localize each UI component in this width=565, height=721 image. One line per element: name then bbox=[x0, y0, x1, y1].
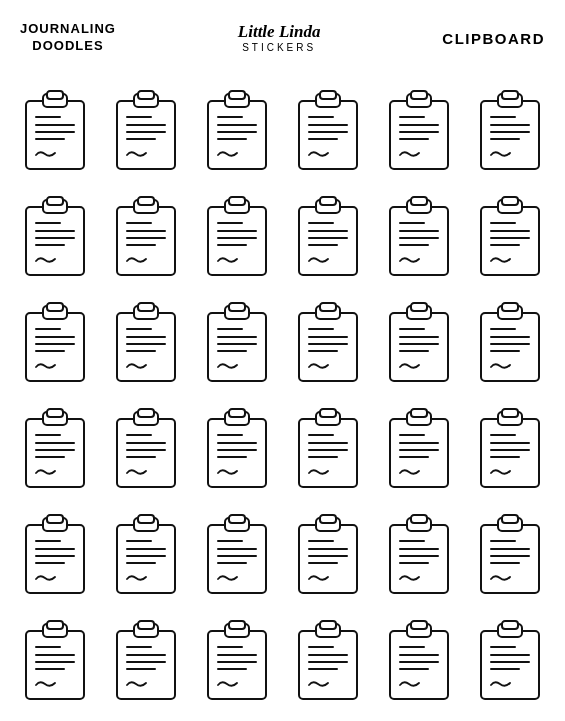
svg-rect-16 bbox=[229, 91, 245, 99]
list-item[interactable] bbox=[464, 288, 555, 394]
svg-rect-224 bbox=[208, 631, 266, 699]
svg-rect-191 bbox=[320, 515, 336, 523]
list-item[interactable] bbox=[373, 76, 464, 182]
svg-rect-189 bbox=[299, 525, 357, 593]
list-item[interactable] bbox=[192, 76, 283, 182]
svg-rect-140 bbox=[208, 419, 266, 487]
svg-rect-170 bbox=[47, 515, 63, 523]
list-item[interactable] bbox=[283, 288, 374, 394]
svg-rect-210 bbox=[26, 631, 84, 699]
brand-sub: STICKERS bbox=[238, 42, 321, 54]
list-item[interactable] bbox=[283, 607, 374, 713]
list-item[interactable] bbox=[373, 394, 464, 500]
list-item[interactable] bbox=[192, 394, 283, 500]
svg-rect-105 bbox=[299, 313, 357, 381]
svg-rect-7 bbox=[117, 101, 175, 169]
svg-rect-238 bbox=[390, 631, 448, 699]
list-item[interactable] bbox=[283, 182, 374, 288]
svg-rect-149 bbox=[320, 409, 336, 417]
svg-rect-86 bbox=[47, 303, 63, 311]
list-item[interactable] bbox=[283, 501, 374, 607]
svg-rect-21 bbox=[299, 101, 357, 169]
svg-rect-177 bbox=[138, 515, 154, 523]
svg-rect-126 bbox=[26, 419, 84, 487]
svg-rect-93 bbox=[138, 303, 154, 311]
list-item[interactable] bbox=[101, 288, 192, 394]
svg-rect-133 bbox=[117, 419, 175, 487]
svg-rect-98 bbox=[208, 313, 266, 381]
list-item[interactable] bbox=[464, 607, 555, 713]
list-item[interactable] bbox=[464, 501, 555, 607]
list-item[interactable] bbox=[101, 607, 192, 713]
svg-rect-28 bbox=[390, 101, 448, 169]
sticker-grid bbox=[0, 72, 565, 721]
list-item[interactable] bbox=[464, 76, 555, 182]
svg-rect-70 bbox=[390, 207, 448, 275]
list-item[interactable] bbox=[373, 288, 464, 394]
svg-rect-156 bbox=[411, 409, 427, 417]
svg-rect-91 bbox=[117, 313, 175, 381]
svg-rect-226 bbox=[229, 621, 245, 629]
svg-rect-161 bbox=[481, 419, 539, 487]
svg-rect-49 bbox=[117, 207, 175, 275]
list-item[interactable] bbox=[192, 501, 283, 607]
svg-rect-58 bbox=[229, 197, 245, 205]
svg-rect-56 bbox=[208, 207, 266, 275]
svg-rect-44 bbox=[47, 197, 63, 205]
list-item[interactable] bbox=[192, 607, 283, 713]
svg-rect-14 bbox=[208, 101, 266, 169]
svg-rect-121 bbox=[502, 303, 518, 311]
svg-rect-100 bbox=[229, 303, 245, 311]
list-item[interactable] bbox=[10, 394, 101, 500]
list-item[interactable] bbox=[283, 76, 374, 182]
svg-rect-163 bbox=[502, 409, 518, 417]
svg-rect-217 bbox=[117, 631, 175, 699]
svg-rect-212 bbox=[47, 621, 63, 629]
svg-rect-231 bbox=[299, 631, 357, 699]
list-item[interactable] bbox=[10, 607, 101, 713]
doodles-label: DOODLES bbox=[32, 38, 103, 53]
svg-rect-247 bbox=[502, 621, 518, 629]
header: JOURNALING DOODLES Little Linda STICKERS… bbox=[0, 0, 565, 72]
list-item[interactable] bbox=[192, 182, 283, 288]
svg-rect-9 bbox=[138, 91, 154, 99]
list-item[interactable] bbox=[373, 182, 464, 288]
list-item[interactable] bbox=[464, 394, 555, 500]
list-item[interactable] bbox=[101, 76, 192, 182]
svg-rect-168 bbox=[26, 525, 84, 593]
svg-rect-175 bbox=[117, 525, 175, 593]
list-item[interactable] bbox=[373, 501, 464, 607]
svg-rect-233 bbox=[320, 621, 336, 629]
brand-name: Little Linda bbox=[238, 22, 321, 42]
svg-rect-37 bbox=[502, 91, 518, 99]
svg-rect-245 bbox=[481, 631, 539, 699]
list-item[interactable] bbox=[10, 501, 101, 607]
list-item[interactable] bbox=[101, 182, 192, 288]
svg-rect-182 bbox=[208, 525, 266, 593]
svg-rect-2 bbox=[47, 91, 63, 99]
list-item[interactable] bbox=[192, 288, 283, 394]
list-item[interactable] bbox=[464, 182, 555, 288]
svg-rect-240 bbox=[411, 621, 427, 629]
list-item[interactable] bbox=[101, 501, 192, 607]
header-left: JOURNALING DOODLES bbox=[20, 21, 116, 55]
svg-rect-23 bbox=[320, 91, 336, 99]
svg-rect-63 bbox=[299, 207, 357, 275]
list-item[interactable] bbox=[10, 182, 101, 288]
svg-rect-42 bbox=[26, 207, 84, 275]
list-item[interactable] bbox=[101, 394, 192, 500]
svg-rect-203 bbox=[481, 525, 539, 593]
svg-rect-65 bbox=[320, 197, 336, 205]
svg-rect-112 bbox=[390, 313, 448, 381]
svg-rect-77 bbox=[481, 207, 539, 275]
list-item[interactable] bbox=[373, 607, 464, 713]
svg-rect-198 bbox=[411, 515, 427, 523]
list-item[interactable] bbox=[283, 394, 374, 500]
header-center: Little Linda STICKERS bbox=[238, 22, 321, 54]
list-item[interactable] bbox=[10, 288, 101, 394]
svg-rect-72 bbox=[411, 197, 427, 205]
svg-rect-30 bbox=[411, 91, 427, 99]
list-item[interactable] bbox=[10, 76, 101, 182]
svg-rect-79 bbox=[502, 197, 518, 205]
svg-rect-0 bbox=[26, 101, 84, 169]
